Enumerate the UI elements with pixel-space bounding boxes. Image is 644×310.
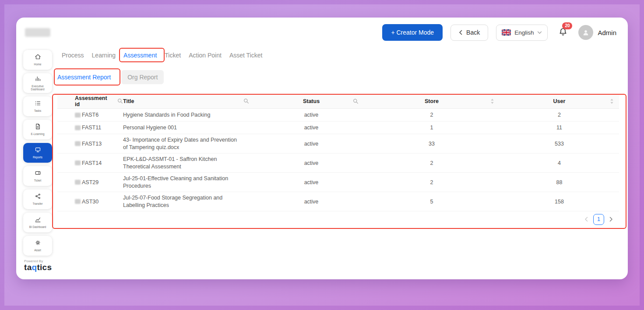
app-logo [25,28,50,37]
table-row[interactable]: FAST13 43- Importance of Expiry Dates an… [57,134,619,153]
task-list-icon [35,100,41,108]
sort-icon[interactable] [610,98,614,104]
pagination-next-icon[interactable] [609,217,613,222]
user-menu[interactable]: Admin [578,25,616,40]
search-icon[interactable] [353,98,359,104]
tab-learning[interactable]: Learning [92,52,116,59]
header-controls: + Creator Mode Back English [382,24,616,41]
tab-ticket[interactable]: Ticket [165,52,181,59]
cell-title: 43- Importance of Expiry Dates and Preve… [123,136,259,151]
redacted-text [75,141,81,146]
sidebar-item-label: Executive Dashboard [25,85,50,91]
tab-assessment[interactable]: Assessment [123,52,157,59]
cell-user: 158 [500,199,619,205]
cell-user: 533 [500,141,619,147]
notification-bell[interactable]: 20 [558,27,568,39]
cell-title: Jul-25-01-Effective Cleaning and Sanitat… [123,175,259,190]
user-name: Admin [598,29,616,36]
column-title: Title [123,98,259,104]
cell-user: 88 [500,179,619,185]
sidebar-item-reports[interactable]: Reports [23,143,52,163]
subtab-assessment-report[interactable]: Assessment Report [57,74,111,81]
column-label: Assessment id [75,95,108,107]
creator-mode-button[interactable]: + Creator Mode [382,24,443,41]
home-icon [35,53,41,62]
cell-title: Personal Hygiene 001 [123,124,259,132]
uk-flag-icon [502,29,511,36]
sidebar-item-asset[interactable]: Asset [23,236,52,256]
search-icon[interactable] [117,98,123,104]
sidebar-item-label: Transfer [32,202,42,205]
sidebar-item-label: Asset [34,249,41,252]
redacted-text [75,113,81,118]
sidebar-item-tasks[interactable]: Tasks [23,96,52,116]
sidebar-item-transfer[interactable]: Transfer [23,189,52,209]
language-label: English [514,29,534,36]
cell-store: 5 [364,199,500,205]
pagination: 1 [57,211,619,227]
document-icon [35,123,41,132]
sidebar-item-ticket[interactable]: Ticket [23,166,52,186]
cell-title: Hygiene Standards in Food Packing [123,111,259,119]
language-selector[interactable]: English [496,25,548,41]
tab-process[interactable]: Process [62,52,84,59]
cell-status: active [259,199,364,205]
table-header-row: Assessment id Title Status Store [57,94,619,109]
cell-assessment-id: FAST6 [57,112,123,118]
column-label: User [553,98,566,104]
sidebar-item-e-learning[interactable]: E-Learning [23,120,52,139]
bar-chart-icon [35,75,41,84]
column-label: Status [303,98,320,104]
tab-action-point[interactable]: Action Point [189,52,222,59]
back-button[interactable]: Back [450,25,488,41]
app-header: + Creator Mode Back English [16,18,628,43]
column-assessment-id: Assessment id [57,95,123,107]
powered-by-block: Powered By taqtics [24,259,52,272]
sidebar-item-label: Tasks [34,109,41,112]
cell-title: EPK-L&D-ASSMT-01 - Saffron Kitchen Theor… [123,156,259,171]
cell-assessment-id: FAST14 [57,160,123,166]
monitor-icon [35,146,41,155]
column-label: Store [425,98,439,104]
table-row[interactable]: AST30 Jul-25-07-Food Storage Segregation… [57,192,619,211]
search-icon[interactable] [243,98,249,104]
sidebar-item-label: Ticket [34,179,42,182]
back-label: Back [466,29,480,36]
cell-assessment-id: FAST11 [57,125,123,131]
share-icon [35,193,41,201]
table-row[interactable]: FAST14 EPK-L&D-ASSMT-01 - Saffron Kitche… [57,153,619,173]
column-store: Store [364,98,500,104]
cell-store: 2 [364,179,500,185]
tab-asset-ticket[interactable]: Asset Ticket [229,52,262,59]
redacted-text [75,180,81,185]
cell-user: 11 [500,125,619,131]
sort-icon[interactable] [490,98,494,104]
main-content: Process Learning Assessment Ticket Actio… [57,48,621,227]
table-row[interactable]: AST29 Jul-25-01-Effective Cleaning and S… [57,173,619,192]
sidebar-item-bi-dashboard[interactable]: BI Dashboard [23,213,52,232]
cell-store: 33 [364,141,500,147]
sidebar-item-home[interactable]: Home [23,50,52,70]
column-label: Title [123,98,134,104]
cell-user: 2 [500,112,619,118]
sidebar-item-label: BI Dashboard [29,225,46,228]
chevron-down-icon [537,31,542,34]
cell-store: 2 [364,112,500,118]
cell-status: active [259,179,364,185]
cell-status: active [259,141,364,147]
trend-chart-icon [35,216,41,224]
subtab-org-report[interactable]: Org Report [121,70,164,84]
table-row[interactable]: FAST11 Personal Hygiene 001 active 1 11 [57,121,619,134]
table-row[interactable]: FAST6 Hygiene Standards in Food Packing … [57,109,619,121]
avatar [578,25,593,40]
gear-icon [35,239,41,248]
taqtics-logo: taqtics [24,263,52,272]
ticket-icon [35,170,41,178]
sidebar-item-executive-dashboard[interactable]: Executive Dashboard [23,73,52,93]
assessment-report-table: Assessment id Title Status Store [57,94,619,227]
pagination-prev-icon[interactable] [584,217,588,222]
pagination-page-1[interactable]: 1 [593,214,604,225]
redacted-text [75,160,81,165]
column-status: Status [259,98,364,104]
column-user: User [500,98,619,104]
